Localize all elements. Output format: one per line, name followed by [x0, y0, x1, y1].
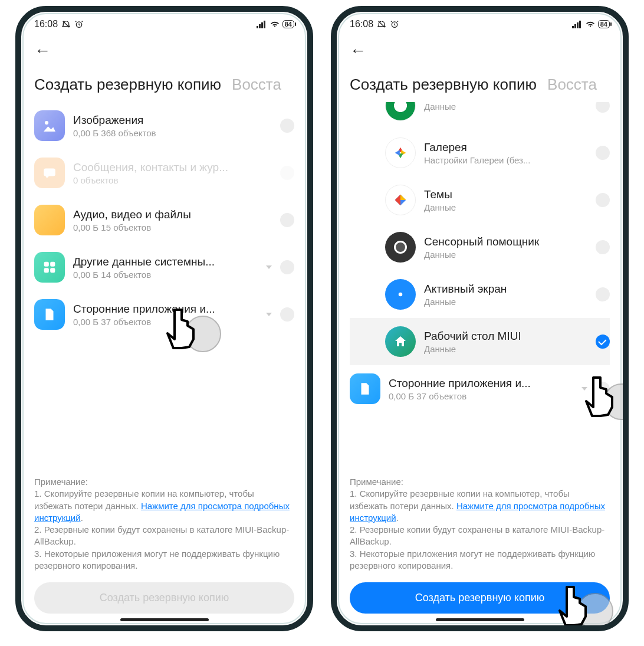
row-title: Другие данные системны... [73, 255, 254, 268]
audio-icon [34, 205, 65, 235]
battery-icon: 84 [598, 20, 610, 28]
system-icon [34, 252, 65, 283]
tab-backup[interactable]: Создать резервную копию [34, 76, 221, 94]
svg-point-6 [45, 121, 48, 124]
app-icon [385, 102, 416, 121]
chevron-down-icon [266, 313, 272, 316]
checkbox[interactable] [280, 260, 294, 274]
alarm-icon [74, 19, 84, 29]
svg-rect-7 [44, 168, 55, 176]
svg-rect-4 [261, 22, 263, 28]
phone-right: 16:08 84 [331, 6, 629, 631]
back-button[interactable]: ← [350, 33, 610, 64]
row-sensor[interactable]: Сенсорный помощник Данные [350, 224, 610, 271]
back-button[interactable]: ← [34, 33, 294, 64]
wifi-icon [270, 20, 280, 28]
svg-rect-16 [574, 24, 576, 28]
row-gallery[interactable]: Галерея Настройки Галереи (без... [350, 129, 610, 176]
gallery-icon [385, 137, 416, 168]
row-sub: Данные [424, 297, 587, 307]
row-sub: 0,00 Б 15 объектов [73, 222, 272, 232]
row-title: Изображения [73, 114, 272, 127]
checkbox[interactable] [596, 240, 610, 254]
chevron-down-icon [581, 387, 587, 391]
active-screen-icon [385, 279, 416, 310]
back-arrow-icon: ← [350, 41, 366, 60]
third-party-icon [350, 373, 380, 404]
create-backup-button[interactable]: Создать резервную копию [350, 582, 610, 614]
tab-restore[interactable]: Восста [232, 76, 281, 94]
row-sub: Данные [424, 102, 587, 112]
row-third-party-apps[interactable]: Сторонние приложения и... 0,00 Б 37 объе… [350, 365, 610, 412]
row-sub: Данные [424, 250, 587, 260]
home-indicator[interactable] [436, 618, 524, 621]
themes-icon [385, 185, 416, 215]
row-themes[interactable]: Темы Данные [350, 176, 610, 224]
row-audio[interactable]: Аудио, видео и файлы 0,00 Б 15 объектов [34, 196, 294, 244]
checkbox[interactable] [596, 287, 610, 301]
svg-rect-8 [44, 262, 49, 267]
row-active-screen[interactable]: Активный экран Данные [350, 271, 610, 318]
checkbox-checked[interactable] [596, 335, 610, 349]
chevron-down-icon [266, 265, 272, 269]
status-time: 16:08 [34, 19, 58, 29]
row-sub: Данные [424, 202, 587, 212]
checkbox[interactable] [596, 102, 610, 113]
home-indicator[interactable] [120, 618, 209, 621]
row-title: Активный экран [424, 283, 587, 296]
app-list[interactable]: Данные Галерея Настройки Галереи (без... [350, 102, 610, 473]
messages-icon [34, 158, 65, 188]
row-system-data[interactable]: Другие данные системны... 0,00 Б 14 объе… [34, 244, 294, 291]
svg-rect-17 [577, 22, 579, 28]
row-sub: 0 объектов [73, 175, 272, 185]
checkbox[interactable] [280, 213, 294, 227]
mute-icon [377, 19, 386, 29]
svg-rect-2 [257, 26, 258, 28]
desktop-icon [385, 326, 416, 357]
mute-icon [61, 19, 71, 29]
row-title: Темы [424, 188, 587, 201]
row-third-party[interactable]: Сторонние приложения и... 0,00 Б 37 объе… [34, 291, 294, 338]
notes-block: Примечание: 1. Скопируйте резервные копи… [34, 473, 294, 580]
tab-backup[interactable]: Создать резервную копию [350, 76, 537, 94]
wifi-icon [585, 20, 596, 28]
tabs: Создать резервную копию Восста [350, 64, 610, 102]
row-partial[interactable]: Данные [350, 102, 610, 129]
tab-restore[interactable]: Восста [547, 76, 597, 94]
row-sub: 0,00 Б 14 объектов [73, 270, 254, 280]
sensor-icon [385, 232, 416, 263]
row-title: Аудио, видео и файлы [73, 208, 272, 221]
row-title: Сенсорный помощник [424, 235, 587, 248]
signal-icon [572, 20, 583, 28]
checkbox[interactable] [596, 146, 610, 160]
tabs: Создать резервную копию Восста [34, 64, 294, 102]
back-arrow-icon: ← [34, 41, 51, 60]
alarm-icon [390, 19, 399, 29]
row-title: Сторонние приложения и... [389, 377, 570, 390]
battery-icon: 84 [282, 20, 294, 28]
notes-block: Примечание: 1. Скопируйте резервные копи… [350, 473, 610, 580]
row-sub: Данные [424, 344, 587, 354]
category-list[interactable]: Изображения 0,00 Б 368 объектов Сообщени… [34, 102, 294, 473]
svg-rect-18 [579, 21, 581, 28]
checkbox[interactable] [280, 119, 294, 133]
status-bar: 16:08 84 [34, 12, 294, 33]
row-images[interactable]: Изображения 0,00 Б 368 объектов [34, 102, 294, 149]
checkbox[interactable] [596, 382, 610, 396]
svg-rect-15 [572, 26, 574, 28]
row-sub: 0,00 Б 37 объектов [73, 317, 254, 327]
create-backup-button: Создать резервную копию [34, 582, 294, 614]
row-sub: 0,00 Б 37 объектов [389, 391, 570, 401]
svg-point-19 [399, 293, 403, 297]
row-title: Рабочий стол MIUI [424, 330, 587, 343]
row-title: Галерея [424, 141, 587, 154]
checkbox [280, 166, 294, 180]
row-messages: Сообщения, контакты и жур... 0 объектов [34, 149, 294, 196]
row-sub: Настройки Галереи (без... [424, 155, 587, 165]
third-party-icon [34, 299, 65, 330]
svg-rect-9 [50, 262, 55, 267]
status-bar: 16:08 84 [350, 12, 610, 33]
checkbox[interactable] [596, 193, 610, 207]
row-miui-desktop[interactable]: Рабочий стол MIUI Данные [350, 318, 610, 365]
checkbox[interactable] [280, 307, 294, 322]
